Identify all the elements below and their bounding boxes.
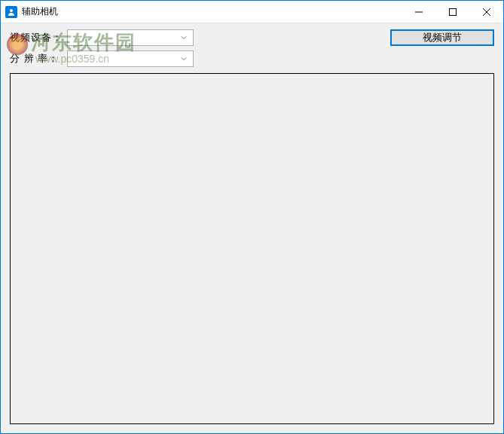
video-device-row: 视频设备： bbox=[10, 29, 494, 46]
form-rows: 视频设备： 分 辨 率： bbox=[10, 29, 494, 67]
minimize-button[interactable] bbox=[402, 1, 435, 23]
video-device-combo[interactable] bbox=[67, 29, 194, 46]
resolution-combo[interactable] bbox=[67, 50, 194, 67]
chevron-down-icon bbox=[178, 35, 190, 41]
svg-point-0 bbox=[10, 9, 13, 12]
video-device-label: 视频设备： bbox=[10, 31, 64, 44]
titlebar[interactable]: 辅助相机 bbox=[1, 1, 503, 23]
video-preview-area bbox=[10, 73, 494, 424]
svg-rect-2 bbox=[449, 8, 456, 15]
resolution-label: 分 辨 率： bbox=[10, 52, 64, 66]
resolution-row: 分 辨 率： bbox=[10, 50, 494, 67]
maximize-button[interactable] bbox=[435, 1, 469, 23]
content-area: 河东软件园 www.pc0359.cn 视频调节 视频设备： 分 辨 率： bbox=[1, 23, 503, 433]
application-window: 辅助相机 河东软件园 www.pc0359.cn 视频调节 视频设备： bbox=[0, 0, 504, 434]
chevron-down-icon bbox=[178, 56, 190, 62]
app-icon bbox=[5, 6, 17, 18]
window-controls bbox=[402, 1, 503, 23]
close-button[interactable] bbox=[469, 1, 503, 23]
window-title: 辅助相机 bbox=[22, 5, 402, 18]
